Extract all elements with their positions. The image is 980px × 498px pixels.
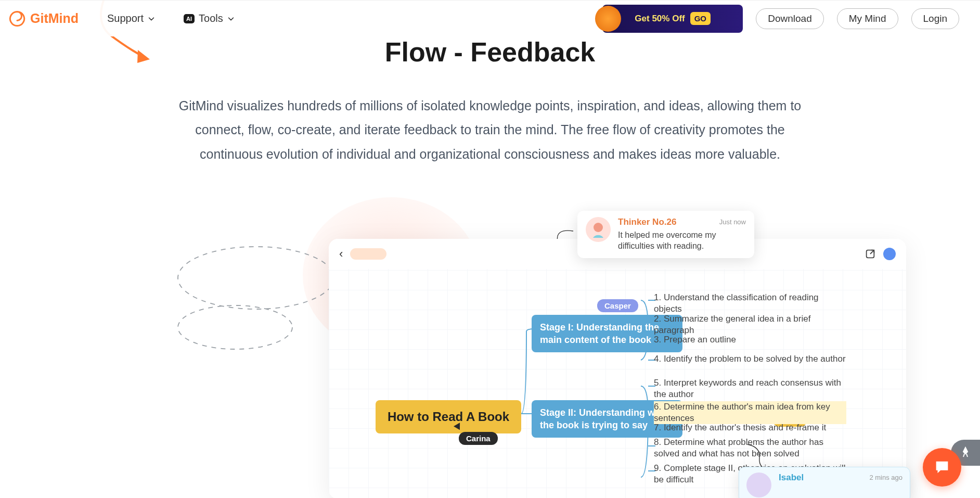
nav-support[interactable]: Support: [107, 12, 155, 24]
comment-card: Thinker No.26 Just now It helped me over…: [577, 211, 754, 258]
my-mind-button[interactable]: My Mind: [837, 8, 898, 29]
chat-icon: [933, 458, 951, 476]
main-content: Flow - Feedback GitMind visualizes hundr…: [0, 0, 980, 489]
mindmap-leaf[interactable]: 7. Identify the author's thesis and re-f…: [654, 422, 826, 433]
app-window: ‹ How to Read A Book Stage I: Understan: [329, 239, 906, 498]
user-tag-casper: Casper: [597, 299, 638, 312]
avatar: [746, 473, 771, 497]
svg-point-1: [178, 305, 292, 349]
comment-time: 2 mins ago: [869, 474, 902, 481]
dashed-scribble-decoration: [167, 228, 344, 369]
mindmap-leaf[interactable]: 1. Understand the classification of read…: [654, 292, 846, 315]
logo-icon: [8, 10, 26, 28]
nav-tools-label: Tools: [199, 12, 223, 24]
rocket-icon: [959, 446, 972, 459]
comment-author: Thinker No.26: [618, 217, 676, 227]
avatar: [586, 217, 611, 242]
user-avatar[interactable]: [883, 248, 896, 260]
chevron-down-icon: [148, 15, 155, 22]
mindmap-leaf[interactable]: 4. Identify the problem to be solved by …: [654, 353, 846, 365]
promo-go: GO: [690, 12, 711, 25]
comment-body: Isabel 2 mins ago: [779, 473, 902, 497]
header-left: GitMind Support AI Tools: [8, 10, 235, 28]
promo-banner[interactable]: Get 50% Off GO: [602, 5, 743, 33]
mindmap-canvas[interactable]: How to Read A Book Stage I: Understandin…: [329, 269, 906, 498]
svg-point-0: [178, 247, 334, 309]
back-button[interactable]: ‹: [339, 247, 343, 261]
mindmap-root[interactable]: How to Read A Book: [376, 400, 521, 433]
illustration: Thinker No.26 Just now It helped me over…: [105, 197, 875, 489]
svg-point-2: [594, 223, 603, 232]
title-placeholder: [350, 248, 386, 260]
header-right: Get 50% Off GO Download My Mind Login: [602, 5, 959, 33]
page-description: GitMind visualizes hundreds of millions …: [162, 94, 818, 166]
logo[interactable]: GitMind: [8, 10, 79, 28]
comment-card: Isabel 2 mins ago: [739, 467, 910, 498]
logo-text: GitMind: [30, 11, 79, 26]
mindmap-leaf[interactable]: 6. Determine the author's main idea from…: [654, 401, 846, 424]
share-icon[interactable]: [865, 248, 876, 260]
comment-author: Isabel: [779, 473, 804, 483]
mindmap-leaf[interactable]: 5. Interpret keywords and reach consensu…: [654, 377, 846, 400]
site-header: GitMind Support AI Tools Get 50% Off GO …: [0, 0, 980, 36]
nav-support-label: Support: [107, 12, 144, 24]
download-button[interactable]: Download: [756, 8, 824, 29]
pumpkin-icon: [595, 6, 621, 32]
comment-text: It helped me overcome my difficulties wi…: [618, 229, 746, 252]
chevron-down-icon: [227, 15, 235, 22]
nav-tools[interactable]: AI Tools: [184, 12, 235, 24]
mindmap-leaf[interactable]: 3. Prepare an outline: [654, 334, 736, 346]
user-tag-carina: Carina: [459, 432, 498, 445]
promo-text: Get 50% Off: [635, 14, 685, 24]
chat-fab[interactable]: [923, 448, 961, 487]
ai-badge: AI: [184, 14, 195, 23]
comment-time: Just now: [719, 218, 746, 226]
mindmap-leaf[interactable]: 2. Summarize the general idea in a brief…: [654, 313, 846, 336]
comment-body: Thinker No.26 Just now It helped me over…: [618, 217, 746, 252]
login-button[interactable]: Login: [911, 8, 960, 29]
